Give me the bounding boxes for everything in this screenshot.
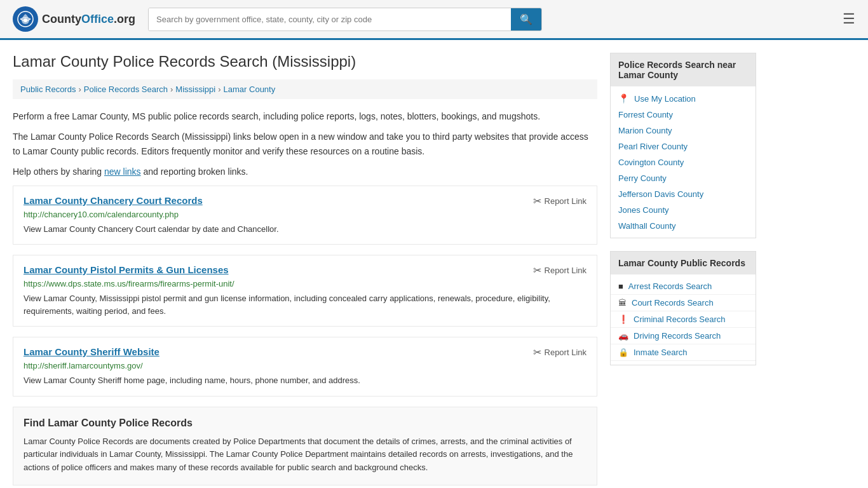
result-desc-3: View Lamar County Sheriff home page, inc… [24,374,587,387]
list-item-jones[interactable]: Jones County [611,202,756,218]
new-links-link[interactable]: new links [104,166,141,177]
list-item-forrest[interactable]: Forrest County [611,107,756,123]
search-input[interactable] [149,8,511,30]
page-title: Lamar County Police Records Search (Miss… [13,53,597,71]
inmate-search-link[interactable]: Inmate Search [634,348,688,357]
covington-county-link[interactable]: Covington County [618,158,684,167]
list-item-criminal-records[interactable]: ❗ Criminal Records Search [611,311,756,328]
list-item-marion[interactable]: Marion County [611,123,756,139]
breadcrumb-lamar-county[interactable]: Lamar County [224,85,276,94]
result-desc-2: View Lamar County, Mississippi pistol pe… [24,292,587,317]
breadcrumb-public-records[interactable]: Public Records [20,85,76,94]
find-section: Find Lamar County Police Records Lamar C… [13,407,597,485]
nearby-list: 📍 Use My Location Forrest County Marion … [611,86,756,238]
list-item-arrest-records[interactable]: ■ Arrest Records Search [611,278,756,295]
arrest-icon: ■ [618,281,623,291]
jones-county-link[interactable]: Jones County [618,205,669,215]
result-title-link-2[interactable]: Lamar County Pistol Permits & Gun Licens… [24,264,229,275]
use-location-link[interactable]: Use My Location [634,94,696,104]
nearby-section: Police Records Search near Lamar County … [610,53,756,238]
result-title-link-3[interactable]: Lamar County Sheriff Website [24,346,159,357]
main-content: Lamar County Police Records Search (Miss… [13,53,597,485]
list-item-use-location[interactable]: 📍 Use My Location [611,90,756,107]
find-section-text: Lamar County Police Records are document… [24,435,587,475]
breadcrumb: Public Records › Police Records Search ›… [13,79,597,99]
criminal-icon: ❗ [618,315,628,324]
breadcrumb-sep-2: › [170,85,173,94]
public-records-list: ■ Arrest Records Search 🏛 Court Records … [611,274,756,365]
breadcrumb-sep-3: › [218,85,220,94]
result-card-1: Lamar County Chancery Court Records ✂ Re… [13,186,597,245]
breadcrumb-police-records-search[interactable]: Police Records Search [84,85,168,94]
location-pin-icon: 📍 [618,93,629,104]
report-link-2[interactable]: ✂ Report Link [533,264,587,276]
result-url-1: http://chancery10.com/calendarcounty.php [24,210,587,219]
result-title-link-1[interactable]: Lamar County Chancery Court Records [24,195,203,206]
list-item-court-records[interactable]: 🏛 Court Records Search [611,295,756,311]
list-item-inmate-search[interactable]: 🔒 Inmate Search [611,344,756,361]
report-link-1[interactable]: ✂ Report Link [533,195,587,207]
search-button[interactable]: 🔍 [511,8,541,30]
breadcrumb-mississippi[interactable]: Mississippi [175,85,215,94]
court-icon: 🏛 [618,298,627,308]
criminal-records-link[interactable]: Criminal Records Search [634,315,726,324]
perry-county-link[interactable]: Perry County [618,173,667,183]
breadcrumb-sep-1: › [78,85,81,94]
list-item-driving-records[interactable]: 🚗 Driving Records Search [611,328,756,344]
inmate-icon: 🔒 [618,348,628,357]
report-link-3[interactable]: ✂ Report Link [533,346,587,358]
public-records-section-title: Lamar County Public Records [611,252,756,274]
description-para2: The Lamar County Police Records Search (… [13,130,597,158]
result-url-3: http://sheriff.lamarcountyms.gov/ [24,361,587,370]
jefferson-davis-county-link[interactable]: Jefferson Davis County [618,189,703,199]
hamburger-menu-icon[interactable]: ☰ [843,11,855,27]
driving-records-link[interactable]: Driving Records Search [634,331,721,341]
list-item-walthall[interactable]: Walthall County [611,218,756,234]
nearby-section-title: Police Records Search near Lamar County [611,53,756,86]
marion-county-link[interactable]: Marion County [618,126,672,135]
public-records-section: Lamar County Public Records ■ Arrest Rec… [610,251,756,365]
report-icon-3: ✂ [533,346,541,358]
list-item-pearl-river[interactable]: Pearl River County [611,139,756,154]
find-section-title: Find Lamar County Police Records [24,417,587,429]
main-layout: Lamar County Police Records Search (Miss… [0,40,868,488]
description-para1: Perform a free Lamar County, MS public p… [13,109,597,123]
result-card-3: Lamar County Sheriff Website ✂ Report Li… [13,337,597,396]
description-para3: Help others by sharing new links and rep… [13,165,597,179]
logo-icon [13,6,38,32]
pearl-river-county-link[interactable]: Pearl River County [618,142,688,151]
court-records-link[interactable]: Court Records Search [632,298,714,308]
sidebar: Police Records Search near Lamar County … [610,53,756,485]
arrest-records-link[interactable]: Arrest Records Search [628,281,712,291]
forrest-county-link[interactable]: Forrest County [618,110,673,119]
list-item-perry[interactable]: Perry County [611,170,756,186]
logo-text: CountyOffice.org [42,13,135,26]
search-bar: 🔍 [148,8,542,31]
site-header: CountyOffice.org 🔍 ☰ [0,0,868,40]
site-logo[interactable]: CountyOffice.org [13,6,135,32]
walthall-county-link[interactable]: Walthall County [618,221,676,231]
result-desc-1: View Lamar County Chancery Court calenda… [24,223,587,236]
result-card-2: Lamar County Pistol Permits & Gun Licens… [13,255,597,327]
report-icon-1: ✂ [533,195,541,207]
driving-icon: 🚗 [618,331,628,341]
result-url-2: https://www.dps.state.ms.us/firearms/fir… [24,279,587,288]
report-icon-2: ✂ [533,264,541,276]
list-item-jefferson-davis[interactable]: Jefferson Davis County [611,186,756,202]
list-item-covington[interactable]: Covington County [611,154,756,170]
